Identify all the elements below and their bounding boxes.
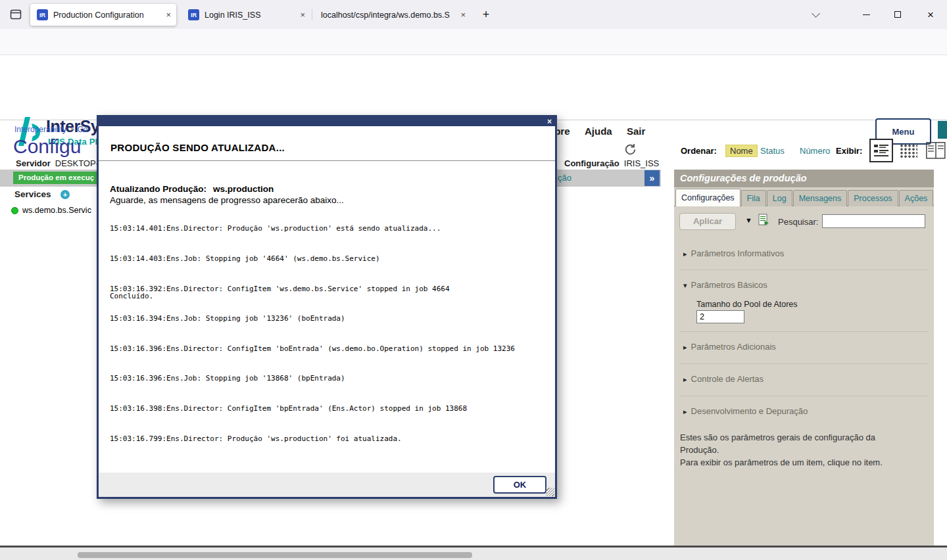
view-columns-button[interactable]: [926, 141, 946, 160]
tab-login-iris-iss[interactable]: IR Login IRIS_ISS ×: [182, 4, 310, 26]
apply-button[interactable]: Aplicar: [679, 213, 736, 230]
tab-close-icon[interactable]: ×: [460, 11, 466, 19]
note-line-2: Para exibir os parâmetros de um item, cl…: [680, 456, 907, 469]
tab-title: Production Configuration: [53, 11, 160, 20]
breadcrumb-current[interactable]: Co: [78, 125, 87, 134]
production-settings-panel: Configurações de produção Configurações …: [674, 170, 934, 546]
nav-ajuda[interactable]: Ajuda: [585, 126, 612, 137]
close-window-button[interactable]: ×: [919, 7, 942, 22]
configuration-label: Configuração: [564, 158, 619, 168]
nav-sair[interactable]: Sair: [627, 126, 645, 137]
iris-favicon: IR: [37, 9, 48, 20]
note-line-1: Estes são os parâmetros gerais de config…: [680, 431, 907, 456]
add-service-button[interactable]: +: [61, 190, 70, 199]
maximize-button[interactable]: [886, 7, 909, 22]
section-label: Desenvolvimento e Depuração: [691, 406, 808, 416]
columns-view-icon: [926, 142, 946, 159]
chevron-down-icon: ▾: [683, 281, 687, 289]
updating-label: Atualizando Produção:: [110, 184, 206, 194]
tab-log[interactable]: Log: [767, 190, 792, 206]
log-line: 15:03:14.403:Ens.Job: Stopping job '4664…: [110, 254, 546, 264]
tab-acoes[interactable]: Ações: [899, 190, 934, 206]
tab-processos[interactable]: Processos: [848, 190, 898, 206]
section-parametros-basicos[interactable]: ▾Parâmetros Básicos: [683, 280, 767, 290]
log-line: 15:03:16.394:Ens.Job: Stopping job '1323…: [110, 314, 546, 323]
sort-label: Ordenar:: [681, 146, 717, 156]
tab-localhost-csp[interactable]: localhost/csp/integra/ws.demo.bs.S ×: [314, 4, 471, 26]
portal-header: InterSystems™ IRIS Data Platform Portal …: [0, 55, 947, 120]
view-list-button[interactable]: [869, 139, 893, 162]
ribbon-toggle-button[interactable]: [938, 121, 947, 139]
updating-production-line: Atualizando Produção:ws.production: [110, 184, 274, 194]
done-message: Concluído.: [110, 292, 153, 300]
log-line: 15:03:16.392:Ens.Director: ConfigItem 'w…: [110, 284, 546, 294]
breadcrumb: Interoperability>Co: [14, 125, 87, 134]
firefox-view-button[interactable]: [8, 7, 24, 22]
chevron-right-icon: ▸: [683, 408, 687, 415]
navigation-toolbar: ← → localhost/iris_iss/csp/integra/EnsPo…: [0, 29, 947, 55]
close-icon: ×: [927, 9, 934, 20]
log-line: 15:03:16.799:Ens.Director: Produção 'ws.…: [110, 434, 546, 444]
tab-close-icon[interactable]: ×: [166, 11, 171, 19]
configuration-value: IRIS_ISS: [624, 158, 659, 168]
view-grid-button[interactable]: [898, 142, 918, 159]
section-divider: [679, 269, 929, 270]
minimize-button[interactable]: [855, 7, 877, 22]
panel-title: Configurações de produção: [674, 170, 934, 187]
list-tabs-chevron-icon[interactable]: [812, 9, 820, 18]
section-divider: [679, 396, 929, 396]
log-line: 15:03:16.396:Ens.Job: Stopping job '1386…: [110, 373, 546, 383]
ok-button[interactable]: OK: [493, 476, 546, 494]
dialog-close-icon[interactable]: ×: [547, 117, 552, 126]
service-item[interactable]: ws.demo.bs.Servic: [22, 206, 97, 215]
tab-title: Login IRIS_ISS: [205, 11, 294, 20]
search-input[interactable]: [822, 214, 925, 228]
section-controle-de-alertas[interactable]: ▸Controle de Alertas: [683, 374, 764, 384]
expand-panel-button[interactable]: »: [644, 170, 660, 186]
service-status-dot: [11, 207, 18, 214]
breadcrumb-interoperability[interactable]: Interoperability: [14, 125, 66, 134]
dialog-rule: [99, 160, 555, 161]
maximize-icon: [894, 11, 901, 18]
section-label: Parâmetros Adicionais: [691, 342, 776, 352]
truncated-link-text[interactable]: ção: [558, 173, 571, 183]
log-line: 15:03:14.401:Ens.Director: Produção 'ws.…: [110, 223, 546, 233]
progress-log: 15:03:14.401:Ens.Director: Produção 'ws.…: [110, 204, 546, 463]
sort-by-status[interactable]: Status: [760, 146, 785, 156]
horizontal-scrollbar-track[interactable]: [0, 548, 947, 560]
refresh-button[interactable]: [623, 143, 637, 159]
configuration-info: ConfiguraçãoIRIS_ISS: [564, 158, 659, 168]
dialog-footer: OK: [99, 473, 555, 497]
section-label: Parâmetros Informativos: [691, 248, 785, 258]
section-parametros-adicionais[interactable]: ▸Parâmetros Adicionais: [683, 342, 776, 352]
list-view-icon: [874, 144, 888, 157]
minimize-icon: [863, 14, 870, 15]
tab-close-icon[interactable]: ×: [300, 11, 305, 19]
section-parametros-informativos[interactable]: ▸Parâmetros Informativos: [683, 248, 784, 258]
production-status-badge: Produção em execuç: [13, 172, 97, 184]
chevron-right-icon: ▸: [683, 343, 687, 351]
panel-footer-note: Estes são os parâmetros gerais de config…: [680, 431, 907, 469]
tab-fila[interactable]: Fila: [741, 190, 766, 206]
sort-by-number[interactable]: Número: [800, 146, 830, 156]
export-document-icon[interactable]: [758, 214, 769, 228]
browser-window: IR Production Configuration × IR Login I…: [0, 0, 947, 560]
horizontal-scrollbar-thumb[interactable]: [78, 552, 472, 558]
tab-title: localhost/csp/integra/ws.demo.bs.S: [321, 11, 454, 20]
log-line: 15:03:16.398:Ens.Director: ConfigItem 'b…: [110, 404, 546, 413]
sort-by-name[interactable]: Nome: [725, 145, 758, 157]
dialog-titlebar[interactable]: ×: [99, 117, 555, 126]
actions-dropdown-icon[interactable]: ▼: [745, 216, 752, 224]
tab-mensagens[interactable]: Mensagens: [793, 190, 848, 206]
tab-configuracoes[interactable]: Configurações: [675, 189, 741, 206]
iris-favicon: IR: [188, 9, 199, 20]
new-tab-button[interactable]: +: [477, 6, 495, 23]
section-desenvolvimento-e-depuracao[interactable]: ▸Desenvolvimento e Depuração: [683, 406, 808, 416]
dialog-title: PRODUÇÃO SENDO ATUALIZADA...: [110, 142, 285, 153]
actor-pool-size-input[interactable]: [696, 310, 744, 323]
resize-handle[interactable]: [546, 488, 554, 496]
tab-production-configuration[interactable]: IR Production Configuration ×: [30, 4, 176, 26]
tab-bar: IR Production Configuration × IR Login I…: [0, 0, 947, 29]
tab-divider: [312, 9, 312, 20]
log-line: 15:03:16.396:Ens.Director: ConfigItem 'b…: [110, 344, 546, 354]
